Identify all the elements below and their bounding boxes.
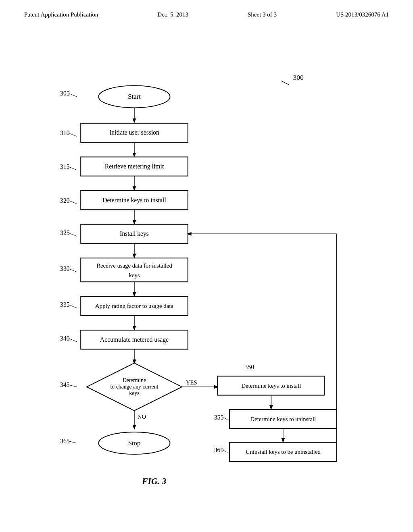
label-315: 315 [60,163,70,170]
label-350: 350 [244,364,254,370]
text-325: Install keys [120,230,149,237]
text-340: Accumulate metered usage [100,336,169,343]
text-350: Determine keys to install [241,382,301,389]
svg-line-6 [69,269,77,272]
diagram-area: 300 305 Start 310 Initiate user session … [0,22,413,506]
label-355: 355 [214,414,224,421]
svg-line-10 [223,418,227,420]
text-355: Determine keys to uninstall [250,416,316,422]
label-335: 335 [60,301,70,308]
svg-line-0 [281,81,289,85]
label-330: 330 [60,265,70,272]
label-365: 365 [60,438,70,445]
text-345c: keys [129,390,139,396]
text-stop: Stop [128,439,141,447]
text-330b: keys [129,272,140,278]
header-right: US 2013/0326076 A1 [336,11,389,18]
svg-line-11 [223,450,227,453]
text-345a: Determine [123,377,146,383]
svg-line-7 [69,305,77,308]
label-340: 340 [60,335,70,342]
text-310: Initiate user session [109,129,159,136]
label-305: 305 [60,90,70,97]
label-325: 325 [60,229,70,236]
svg-line-4 [69,201,77,204]
label-310: 310 [60,129,70,136]
svg-line-5 [69,233,77,236]
text-315: Retrieve metering limit [105,163,164,170]
label-no: NO [138,414,146,420]
figure-label: FIG. 3 [142,476,166,486]
svg-line-2 [69,133,77,136]
patent-header: Patent Application Publication Dec. 5, 2… [0,0,413,22]
header-sheet: Sheet 3 of 3 [248,11,277,18]
label-yes: YES [186,379,197,386]
svg-line-3 [69,167,77,170]
svg-line-8 [69,339,77,342]
figure-number: 300 [293,73,304,81]
text-360: Uninstall keys to be uninstalled [246,449,321,455]
svg-line-12 [69,441,77,443]
flowchart-svg: 300 305 Start 310 Initiate user session … [0,22,413,506]
svg-line-1 [69,94,77,97]
text-320: Determine keys to install [102,197,166,204]
label-320: 320 [60,197,70,204]
label-360: 360 [214,447,224,453]
text-335: Apply rating factor to usage data [95,303,173,309]
text-330a: Receive usage data for installed [96,262,172,269]
header-left: Patent Application Publication [24,11,98,18]
label-345: 345 [60,381,70,388]
svg-line-9 [69,385,77,387]
label-start: Start [128,93,141,100]
header-middle: Dec. 5, 2013 [157,11,188,18]
text-345b: to change any current [111,384,159,390]
